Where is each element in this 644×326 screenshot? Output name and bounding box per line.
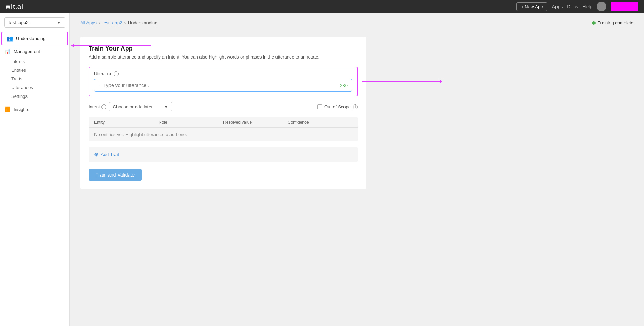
out-of-scope-checkbox[interactable] [317, 104, 322, 109]
breadcrumb: All Apps › test_app2 › Understanding [80, 20, 157, 25]
intent-info-icon[interactable]: i [101, 104, 106, 109]
understanding-icon: 👥 [6, 35, 13, 42]
breadcrumb-current: Understanding [128, 20, 158, 25]
col-resolved: Resolved value [223, 120, 288, 125]
intent-row: Intent i Choose or add intent ▼ Out of S… [89, 102, 358, 111]
train-card: Train Your App Add a sample utterance an… [80, 37, 366, 189]
management-label: Management [14, 49, 40, 54]
user-name-bar [611, 2, 638, 11]
entity-table-empty: No entities yet. Highlight utterance to … [89, 128, 358, 141]
training-status-label: Training complete [598, 20, 634, 25]
dropdown-arrow-icon: ▼ [164, 105, 168, 109]
sidebar-section-management[interactable]: 📊 Management [0, 45, 69, 57]
sidebar-item-understanding[interactable]: 👥 Understanding [1, 32, 68, 45]
new-app-button[interactable]: + New App [516, 2, 547, 11]
intent-left: Intent i Choose or add intent ▼ [89, 102, 172, 111]
col-entity: Entity [94, 120, 159, 125]
intent-dropdown[interactable]: Choose or add intent ▼ [109, 102, 172, 111]
apps-link[interactable]: Apps [552, 4, 563, 9]
navbar-right: + New App Apps Docs Help [516, 2, 638, 11]
char-count: 280 [340, 83, 348, 88]
col-confidence: Confidence [288, 120, 352, 125]
arrow-utterance [362, 81, 442, 82]
layout: test_app2 ▼ 👥 Understanding 📊 Management… [0, 13, 644, 326]
train-validate-button[interactable]: Train and Validate [89, 169, 142, 181]
status-dot-icon [592, 21, 596, 25]
utterance-label: Utterance i [94, 71, 352, 76]
management-icon: 📊 [4, 48, 11, 54]
insights-icon: 📶 [4, 106, 11, 112]
out-of-scope: Out of Scope i [317, 104, 358, 109]
utterance-input[interactable] [103, 83, 340, 88]
col-role: Role [159, 120, 223, 125]
breadcrumb-sep1: › [99, 20, 100, 25]
app-selector-arrow-icon: ▼ [57, 21, 61, 25]
new-app-label: + New App [521, 4, 543, 9]
help-link[interactable]: Help [582, 4, 592, 9]
add-trait-row[interactable]: ⊕ Add Trait [89, 147, 358, 162]
app-selector[interactable]: test_app2 ▼ [4, 17, 65, 28]
add-trait-icon: ⊕ [94, 151, 99, 158]
insights-label: Insights [14, 107, 29, 112]
add-trait-label: Add Trait [101, 152, 119, 157]
entity-table-header: Entity Role Resolved value Confidence [89, 117, 358, 128]
app-selector-name: test_app2 [9, 20, 29, 25]
sidebar: test_app2 ▼ 👥 Understanding 📊 Management… [0, 13, 70, 326]
breadcrumb-all-apps[interactable]: All Apps [80, 20, 97, 25]
utterance-section: Utterance i “ 280 [89, 67, 358, 96]
sidebar-item-intents[interactable]: Intents [0, 57, 69, 66]
training-status: Training complete [592, 20, 634, 25]
out-of-scope-info-icon[interactable]: i [353, 104, 358, 109]
quote-icon: “ [99, 82, 100, 88]
top-bar: All Apps › test_app2 › Understanding Tra… [80, 20, 634, 31]
intent-label: Intent i [89, 104, 106, 109]
breadcrumb-sep2: › [124, 20, 126, 25]
entity-table: Entity Role Resolved value Confidence No… [89, 117, 358, 141]
intent-placeholder: Choose or add intent [113, 104, 155, 109]
main-content: All Apps › test_app2 › Understanding Tra… [70, 13, 644, 326]
sidebar-section-insights[interactable]: 📶 Insights [0, 103, 69, 115]
utterance-info-icon[interactable]: i [114, 71, 119, 76]
sidebar-item-settings[interactable]: Settings [0, 92, 69, 101]
docs-link[interactable]: Docs [567, 4, 578, 9]
sidebar-item-traits[interactable]: Traits [0, 75, 69, 83]
card-desc: Add a sample utterance and specify an in… [89, 54, 358, 60]
avatar [597, 2, 606, 11]
sidebar-item-understanding-label: Understanding [16, 36, 46, 41]
sidebar-item-utterances[interactable]: Utterances [0, 83, 69, 92]
utterance-input-row: “ 280 [94, 79, 352, 92]
card-title: Train Your App [89, 45, 358, 52]
out-of-scope-label: Out of Scope [324, 104, 351, 109]
breadcrumb-app-name[interactable]: test_app2 [102, 20, 122, 25]
navbar: wit.ai + New App Apps Docs Help [0, 0, 644, 13]
logo: wit.ai [6, 3, 23, 10]
sidebar-item-entities[interactable]: Entities [0, 66, 69, 75]
